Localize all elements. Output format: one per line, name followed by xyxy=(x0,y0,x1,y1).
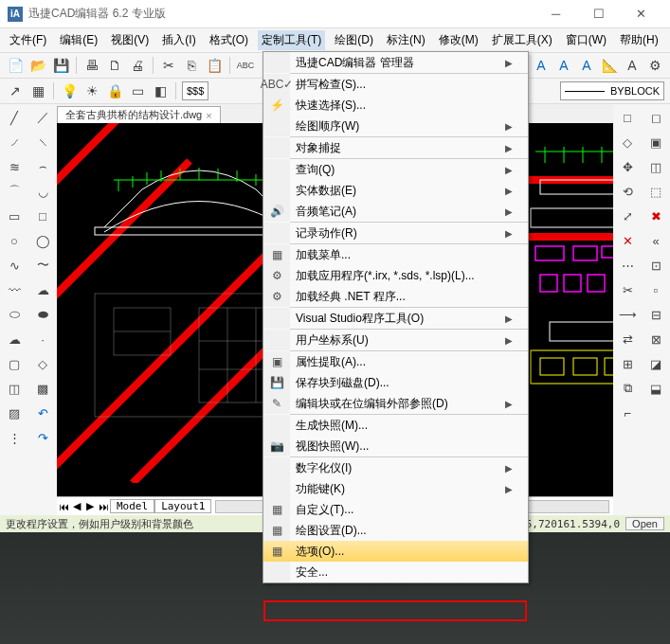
dropdown-item-9[interactable]: 实体数据(E)▶ xyxy=(263,180,528,201)
draw-shape-icon[interactable]: ◇ xyxy=(33,354,52,373)
text-a-icon[interactable]: A xyxy=(532,56,551,75)
tab-prev-icon[interactable]: ◀ xyxy=(70,500,83,512)
r-divide-icon[interactable]: ⋯ xyxy=(618,256,637,275)
minimize-button[interactable]: ─ xyxy=(534,1,577,27)
line-tool-icon[interactable]: ╱ xyxy=(5,108,24,127)
menu-item-5[interactable]: 定制工具(T) xyxy=(258,30,325,50)
menu-item-11[interactable]: 帮助(H) xyxy=(616,30,662,50)
dropdown-item-3[interactable]: ⚡快速选择(S)... xyxy=(263,95,528,116)
dropdown-item-31[interactable]: ▦自定义(T)... xyxy=(263,499,528,520)
dropdown-item-33[interactable]: ▦选项(O)... xyxy=(263,541,528,562)
menu-item-2[interactable]: 视图(V) xyxy=(107,30,153,50)
rect-icon[interactable]: ▭ xyxy=(128,81,147,100)
tab-first-icon[interactable]: ⏮ xyxy=(57,501,70,512)
r2-tool2-icon[interactable]: ▣ xyxy=(646,133,665,152)
tab-last-icon[interactable]: ⏭ xyxy=(97,501,110,512)
r2-tool3-icon[interactable]: ◫ xyxy=(646,157,665,176)
dropdown-item-20[interactable]: 用户坐标系(U)▶ xyxy=(263,330,528,350)
rect2-tool-icon[interactable]: ▢ xyxy=(5,354,24,373)
draw-poly-icon[interactable]: ⟍ xyxy=(33,133,52,152)
color-icon[interactable]: ◧ xyxy=(151,81,170,100)
r2-tool5-icon[interactable]: ⊡ xyxy=(646,256,665,275)
r2-collapse-icon[interactable]: « xyxy=(646,231,665,250)
menu-item-10[interactable]: 窗口(W) xyxy=(562,30,610,50)
tool-grid-icon[interactable]: ▦ xyxy=(28,81,47,100)
paste-icon[interactable]: 📋 xyxy=(205,56,224,75)
dollar-combo[interactable]: $$$ xyxy=(182,81,208,100)
dropdown-item-26[interactable]: 生成快照(M)... xyxy=(263,415,528,436)
tab-close-icon[interactable]: × xyxy=(206,110,211,121)
r-rotate-icon[interactable]: ⟲ xyxy=(618,182,637,201)
undo2-icon[interactable]: ↶ xyxy=(33,403,52,422)
cut-icon[interactable]: ✂ xyxy=(159,56,178,75)
status-open-button[interactable]: Open xyxy=(625,517,664,530)
text-a4-icon[interactable]: A xyxy=(623,56,642,75)
sun-icon[interactable]: ☀ xyxy=(82,81,101,100)
menu-item-4[interactable]: 格式(O) xyxy=(206,30,252,50)
dropdown-item-27[interactable]: 📷视图快照(W)... xyxy=(263,436,528,456)
dropdown-item-23[interactable]: 💾保存块到磁盘(D)... xyxy=(263,372,528,393)
dropdown-item-6[interactable]: 对象捕捉▶ xyxy=(263,137,528,158)
dropdown-item-0[interactable]: 迅捷CAD编辑器 管理器▶ xyxy=(263,52,528,73)
bulb-icon[interactable]: 💡 xyxy=(60,81,79,100)
ellipse-tool-icon[interactable]: ⬭ xyxy=(5,305,24,324)
copy-icon[interactable]: ⎘ xyxy=(182,56,201,75)
document-tab[interactable]: 全套古典拱桥的结构设计.dwg × xyxy=(57,106,221,123)
print-icon[interactable]: 🖶 xyxy=(82,56,101,75)
r2-tool10-icon[interactable]: ⬓ xyxy=(646,379,665,398)
dropdown-item-12[interactable]: 记录动作(R)▶ xyxy=(263,223,528,243)
r-move-icon[interactable]: ✥ xyxy=(618,157,637,176)
draw-point-icon[interactable]: · xyxy=(33,330,52,349)
menu-item-9[interactable]: 扩展工具(X) xyxy=(488,30,556,50)
dropdown-item-14[interactable]: ▦加载菜单... xyxy=(263,244,528,265)
block-tool-icon[interactable]: ◫ xyxy=(5,379,24,398)
spline-tool-icon[interactable]: 〰 xyxy=(5,280,24,299)
r-trim-icon[interactable]: ✂ xyxy=(618,280,637,299)
save-icon[interactable]: 💾 xyxy=(51,56,70,75)
close-button[interactable]: ✕ xyxy=(620,1,662,27)
settings-icon[interactable]: ⚙ xyxy=(645,56,664,75)
dropdown-item-29[interactable]: 数字化仪(I)▶ xyxy=(263,457,528,478)
tab-next-icon[interactable]: ▶ xyxy=(83,500,97,512)
r2-tool6-icon[interactable]: ▫ xyxy=(646,280,665,299)
cloud-tool-icon[interactable]: ☁ xyxy=(5,330,24,349)
draw-ellipse-icon[interactable]: ◯ xyxy=(33,231,52,250)
model-tab[interactable]: Model xyxy=(110,499,154,513)
dots-tool-icon[interactable]: ⋮ xyxy=(5,428,24,447)
r-delete-icon[interactable]: ✕ xyxy=(618,231,637,250)
open-icon[interactable]: 📂 xyxy=(28,56,47,75)
layout1-tab[interactable]: Layout1 xyxy=(154,499,211,513)
r-tool2-icon[interactable]: ◇ xyxy=(618,133,637,152)
tool-arrow-icon[interactable]: ↗ xyxy=(6,81,25,100)
r-offset-icon[interactable]: ⧉ xyxy=(618,379,637,398)
menu-item-0[interactable]: 文件(F) xyxy=(6,30,50,50)
print2-icon[interactable]: 🖨 xyxy=(128,56,147,75)
dropdown-item-15[interactable]: ⚙加载应用程序(*.irx, *.sds, *.lsp)(L)... xyxy=(263,265,528,286)
menu-item-1[interactable]: 编辑(E) xyxy=(56,30,101,50)
redo2-icon[interactable]: ↷ xyxy=(33,428,52,447)
r2-tool7-icon[interactable]: ⊟ xyxy=(646,305,665,324)
new-icon[interactable]: 📄 xyxy=(6,56,25,75)
r2-tool1-icon[interactable]: ◻ xyxy=(646,108,665,127)
r2-delete-icon[interactable]: ✖ xyxy=(646,206,665,225)
dropdown-item-22[interactable]: ▣属性提取(A)... xyxy=(263,351,528,372)
multi-tool-icon[interactable]: ≋ xyxy=(5,157,24,176)
draw-ellipse2-icon[interactable]: ⬬ xyxy=(33,305,52,324)
dropdown-item-24[interactable]: ✎编辑块或在位编辑外部参照(D)▶ xyxy=(263,393,528,414)
dropdown-item-2[interactable]: ABC✓拼写检查(S)... xyxy=(263,74,528,95)
curve-tool-icon[interactable]: ∿ xyxy=(5,256,24,275)
draw-arc-icon[interactable]: ⌢ xyxy=(33,157,52,176)
rect-tool-icon[interactable]: ▭ xyxy=(5,206,24,225)
r2-tool4-icon[interactable]: ⬚ xyxy=(646,182,665,201)
r-extend-icon[interactable]: ⟶ xyxy=(618,305,637,324)
r-mirror-icon[interactable]: ⇄ xyxy=(618,330,637,349)
draw-spline-icon[interactable]: 〜 xyxy=(33,256,52,275)
menu-item-3[interactable]: 插入(I) xyxy=(158,30,199,50)
text-a3-icon[interactable]: A xyxy=(577,56,596,75)
r2-tool9-icon[interactable]: ◪ xyxy=(646,354,665,373)
r-array-icon[interactable]: ⊞ xyxy=(618,354,637,373)
circle-tool-icon[interactable]: ○ xyxy=(5,231,24,250)
draw-arc2-icon[interactable]: ◡ xyxy=(33,182,52,201)
r2-tool8-icon[interactable]: ⊠ xyxy=(646,330,665,349)
r-fillet-icon[interactable]: ⌐ xyxy=(618,403,637,422)
